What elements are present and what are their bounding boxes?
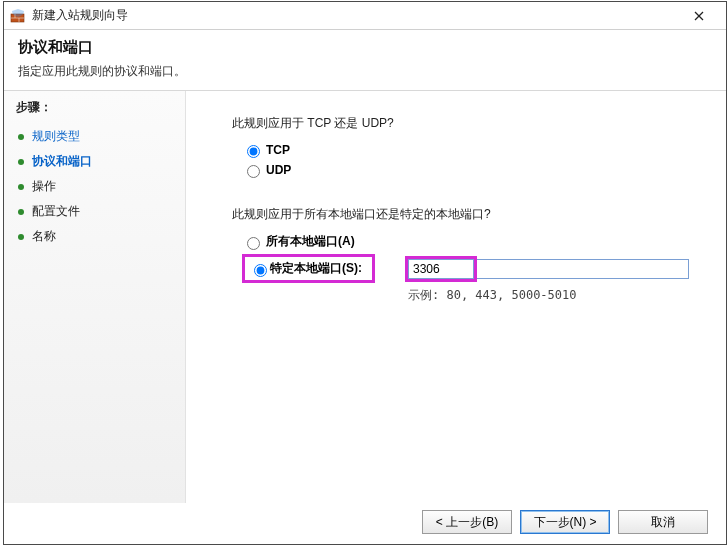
highlight-port-input bbox=[405, 256, 477, 282]
next-button[interactable]: 下一步(N) > bbox=[520, 510, 610, 534]
radio-row-all-ports: 所有本地端口(A) bbox=[242, 233, 698, 250]
radio-all-ports[interactable] bbox=[247, 237, 260, 250]
page-subtitle: 指定应用此规则的协议和端口。 bbox=[18, 63, 712, 80]
step-label: 操作 bbox=[32, 178, 56, 195]
bullet-icon bbox=[18, 134, 24, 140]
bullet-icon bbox=[18, 209, 24, 215]
radio-row-specific-ports: 特定本地端口(S): bbox=[242, 254, 698, 283]
step-label: 名称 bbox=[32, 228, 56, 245]
step-profile[interactable]: 配置文件 bbox=[16, 199, 173, 224]
question-ports: 此规则应用于所有本地端口还是特定的本地端口? bbox=[232, 206, 698, 223]
label-all-ports: 所有本地端口(A) bbox=[266, 233, 355, 250]
radio-row-tcp: TCP bbox=[242, 142, 698, 158]
question-protocol: 此规则应用于 TCP 还是 UDP? bbox=[232, 115, 698, 132]
page-title: 协议和端口 bbox=[18, 38, 712, 57]
titlebar: 新建入站规则向导 bbox=[4, 2, 726, 30]
radio-specific-ports[interactable] bbox=[254, 264, 267, 277]
step-rule-type[interactable]: 规则类型 bbox=[16, 124, 173, 149]
main-panel: 此规则应用于 TCP 还是 UDP? TCP UDP 此规则应用于所有本地端口还… bbox=[186, 91, 726, 503]
step-name[interactable]: 名称 bbox=[16, 224, 173, 249]
protocol-radios: TCP UDP bbox=[242, 142, 698, 178]
label-specific-ports: 特定本地端口(S): bbox=[270, 260, 362, 277]
step-label: 协议和端口 bbox=[32, 153, 92, 170]
bullet-icon bbox=[18, 234, 24, 240]
bullet-icon bbox=[18, 184, 24, 190]
radio-tcp[interactable] bbox=[247, 145, 260, 158]
cancel-button[interactable]: 取消 bbox=[618, 510, 708, 534]
window-title: 新建入站规则向导 bbox=[32, 7, 678, 24]
port-field-wrap bbox=[375, 256, 689, 282]
step-action[interactable]: 操作 bbox=[16, 174, 173, 199]
wizard-window: 新建入站规则向导 协议和端口 指定应用此规则的协议和端口。 步骤： 规则类型 协… bbox=[3, 1, 727, 545]
steps-heading: 步骤： bbox=[16, 99, 173, 116]
highlight-specific-radio: 特定本地端口(S): bbox=[242, 254, 375, 283]
back-button[interactable]: < 上一步(B) bbox=[422, 510, 512, 534]
wizard-header: 协议和端口 指定应用此规则的协议和端口。 bbox=[4, 30, 726, 91]
close-button[interactable] bbox=[678, 2, 720, 30]
step-protocol-ports[interactable]: 协议和端口 bbox=[16, 149, 173, 174]
step-label: 规则类型 bbox=[32, 128, 80, 145]
radio-row-udp: UDP bbox=[242, 162, 698, 178]
close-icon bbox=[694, 11, 704, 21]
label-udp: UDP bbox=[266, 163, 291, 177]
label-tcp: TCP bbox=[266, 143, 290, 157]
port-input[interactable] bbox=[408, 259, 474, 279]
step-label: 配置文件 bbox=[32, 203, 80, 220]
port-input-ext[interactable] bbox=[477, 259, 689, 279]
bullet-icon bbox=[18, 159, 24, 165]
radio-udp[interactable] bbox=[247, 165, 260, 178]
firewall-icon bbox=[10, 8, 26, 24]
wizard-body: 步骤： 规则类型 协议和端口 操作 配置文件 名称 此规 bbox=[4, 91, 726, 503]
steps-sidebar: 步骤： 规则类型 协议和端口 操作 配置文件 名称 bbox=[4, 91, 186, 503]
port-example: 示例: 80, 443, 5000-5010 bbox=[408, 287, 698, 304]
wizard-footer: < 上一步(B) 下一步(N) > 取消 bbox=[4, 500, 726, 544]
port-radios: 所有本地端口(A) 特定本地端口(S): bbox=[242, 233, 698, 283]
